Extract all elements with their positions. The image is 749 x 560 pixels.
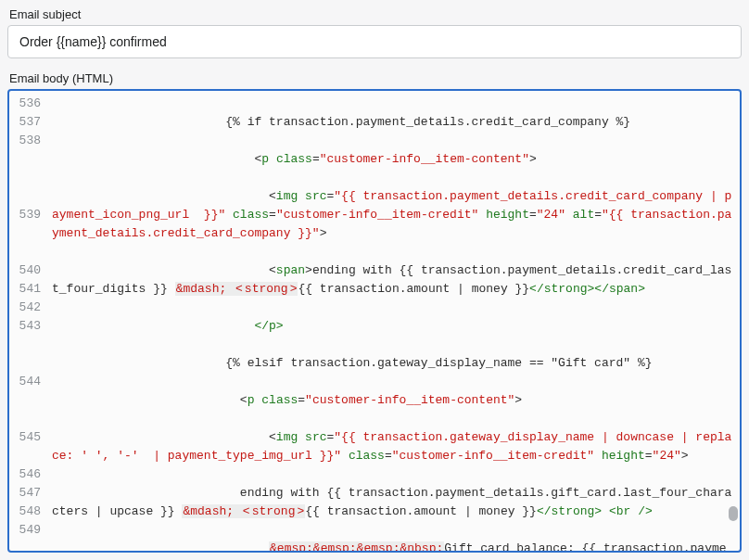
code-line: <p class="customer-info__item-content"> — [52, 150, 732, 169]
code-line: <img src="{{ transaction.payment_details… — [52, 187, 732, 243]
code-content[interactable]: {% if transaction.payment_details.credit… — [48, 91, 740, 551]
editor-scrollbar[interactable] — [729, 91, 738, 551]
email-body-html-editor[interactable]: 536 537 538 539 540 541 542 543 544 545 … — [7, 89, 742, 553]
code-line: ending with {{ transaction.payment_detai… — [52, 484, 732, 521]
email-subject-input[interactable] — [7, 25, 742, 58]
code-line: {% if transaction.payment_details.credit… — [52, 113, 732, 132]
code-line: <span>ending with {{ transaction.payment… — [52, 261, 732, 299]
code-line: &emsp;&emsp;&emsp;&nbsp;Gift card balanc… — [52, 540, 732, 551]
email-body-label: Email body (HTML) — [9, 71, 742, 85]
email-subject-label: Email subject — [9, 7, 742, 21]
line-number-gutter: 536 537 538 539 540 541 542 543 544 545 … — [9, 91, 48, 551]
code-line: <p class="customer-info__item-content"> — [52, 391, 732, 410]
code-line: {% elsif transaction.gateway_display_nam… — [52, 354, 732, 373]
code-line: </p> — [52, 317, 732, 336]
scrollbar-thumb[interactable] — [729, 506, 738, 521]
code-line: <img src="{{ transaction.gateway_display… — [52, 428, 732, 465]
